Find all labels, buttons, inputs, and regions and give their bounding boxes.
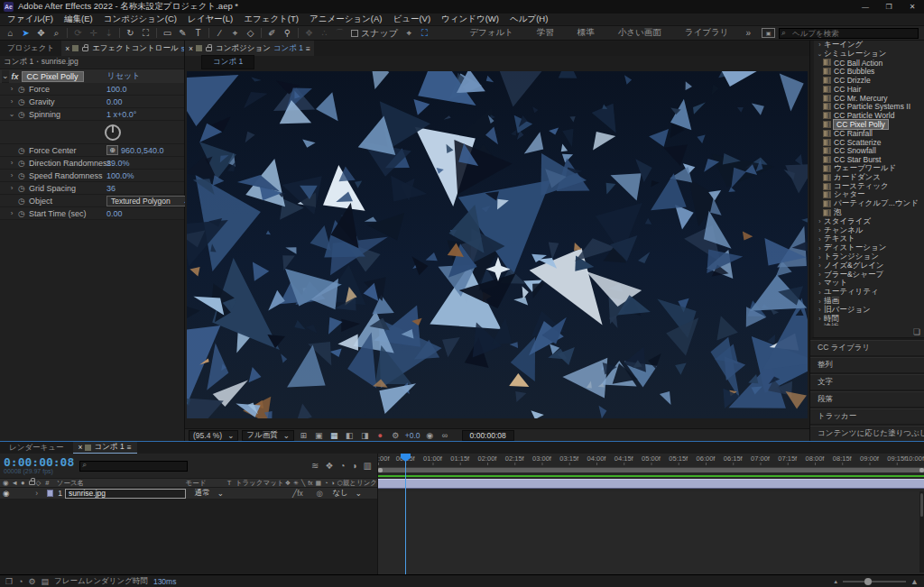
layer-pickwhip-icon[interactable]: ◎ — [317, 489, 333, 498]
panel-header-トラッカー[interactable]: トラッカー — [810, 408, 924, 424]
menu-item[interactable]: ヘルプ(H) — [504, 14, 553, 25]
workspace-ライブラリ[interactable]: ライブラリ — [673, 27, 741, 39]
camera-tool[interactable]: ⛶ — [138, 26, 153, 40]
menu-item[interactable]: コンポジション(C) — [98, 14, 182, 25]
close-icon[interactable]: × — [65, 44, 69, 53]
layer-eye-toggle[interactable]: ◉ — [3, 489, 9, 498]
menu-item[interactable]: アニメーション(A) — [304, 14, 388, 25]
current-timecode[interactable]: 0:00:00:08 — [4, 457, 74, 468]
disclosure-icon[interactable]: › — [816, 236, 824, 243]
zoom-out-mountain-icon[interactable]: ▲ — [833, 579, 838, 584]
menu-item[interactable]: 編集(E) — [59, 14, 98, 25]
panel-header-段落[interactable]: 段落 — [810, 391, 924, 407]
zoom-slider-thumb[interactable] — [864, 578, 872, 585]
source-name-column[interactable]: ソース名 — [57, 479, 186, 488]
fx-item-CC Bubbles[interactable]: CC Bubbles — [814, 67, 924, 76]
disclosure-icon[interactable]: › — [816, 227, 824, 234]
panel-header-文字[interactable]: 文字 — [810, 374, 924, 390]
viewer-tab-comp1[interactable]: コンポ 1 — [201, 55, 254, 69]
fx-item-パーティクルプ...ウンド[interactable]: パーティクルプ...ウンド — [814, 199, 924, 208]
disclosure-icon[interactable]: › — [816, 298, 824, 305]
grid-guides-button[interactable]: ⊞ — [298, 431, 310, 440]
stopwatch-icon[interactable]: ◷ — [16, 97, 27, 106]
track-matte-column[interactable]: トラックマット — [236, 479, 282, 488]
composition-viewer[interactable] — [185, 69, 809, 428]
param-value-start-time[interactable]: 0.00 — [106, 209, 123, 218]
close-button[interactable]: ✕ — [901, 0, 924, 14]
param-value-force[interactable]: 100.0 — [106, 85, 127, 94]
tab-timeline-comp1[interactable]: × コンポ 1 ≡ — [73, 442, 137, 454]
exposure-value[interactable]: +0.0 — [405, 431, 420, 440]
eraser-tool[interactable]: ◇ — [243, 26, 258, 40]
timeline-empty-area[interactable] — [0, 500, 377, 574]
param-value-text[interactable]: 960.0,540.0 — [121, 146, 164, 155]
channel-button[interactable]: ● — [374, 431, 386, 440]
layer-source-name[interactable]: sunrise.jpg — [65, 489, 186, 499]
menu-item[interactable]: ウィンドウ(W) — [436, 14, 504, 25]
param-value-text[interactable]: 29.0% — [106, 159, 130, 168]
param-value-direction-randomness[interactable]: 29.0% — [106, 159, 130, 168]
draft3d-icon[interactable]: ❖ — [325, 461, 333, 471]
layer-row[interactable]: ◉ › 1 sunrise.jpg 通常 ⌄ ╱fx ◎ なし ⌄ — [0, 488, 377, 500]
expander-icon[interactable]: ⌄ — [7, 110, 16, 118]
work-area-bar[interactable] — [378, 467, 924, 472]
object-dropdown[interactable]: Textured Polygon⌄ — [106, 196, 194, 206]
menu-item[interactable]: レイヤー(L) — [182, 14, 238, 25]
magnification-dropdown[interactable]: (95.4 %) ⌄ — [189, 430, 238, 441]
close-icon[interactable]: × — [79, 443, 83, 452]
param-value-object[interactable]: Textured Polygon⌄ — [106, 196, 194, 206]
parent-link-column[interactable]: 親とリンク — [343, 479, 377, 488]
layer-expander-icon[interactable]: › — [35, 489, 45, 498]
timeline-track-area[interactable]: :00f00:15f01:00f01:15f02:00f02:15f03:00f… — [377, 454, 924, 574]
maximize-button[interactable]: ❒ — [877, 0, 901, 14]
param-value-text[interactable]: 100.0% — [106, 171, 134, 180]
stopwatch-icon[interactable]: ◷ — [16, 159, 27, 168]
lock-icon[interactable] — [82, 47, 88, 51]
close-icon[interactable]: × — [189, 44, 193, 53]
stopwatch-icon[interactable]: ◷ — [16, 85, 27, 94]
fx-item-CC Mr. Mercury[interactable]: CC Mr. Mercury — [814, 94, 924, 103]
fx-item-CC Particle Systems II[interactable]: CC Particle Systems II — [814, 103, 924, 112]
workspace-overflow-icon[interactable]: » — [740, 28, 756, 38]
menu-item[interactable]: ビュー(V) — [387, 14, 436, 25]
layer-quality-fx[interactable]: ╱fx — [292, 489, 317, 498]
new-folder-icon[interactable]: ❏ — [913, 327, 920, 336]
selection-tool[interactable]: ➤ — [18, 26, 33, 40]
show-snapshot-button[interactable]: ∞ — [439, 431, 451, 440]
snap-options-icon[interactable]: ⌖ — [402, 26, 417, 40]
menu-item[interactable]: ファイル(F) — [2, 14, 59, 25]
snap-checkbox[interactable] — [351, 30, 358, 37]
roto-brush-tool[interactable]: ✐ — [264, 26, 280, 40]
stopwatch-icon[interactable]: ◷ — [16, 171, 27, 180]
param-value-speed-randomness[interactable]: 100.0% — [106, 171, 134, 180]
param-value-grid-spacing[interactable]: 36 — [106, 184, 116, 193]
stopwatch-icon[interactable]: ◷ — [16, 197, 27, 206]
fx-item-CC Drizzle[interactable]: CC Drizzle — [814, 76, 924, 85]
help-search-input[interactable] — [779, 28, 919, 39]
disclosure-icon[interactable]: › — [816, 245, 824, 252]
disclosure-icon[interactable]: ⌄ — [816, 50, 824, 58]
minimize-button[interactable]: — — [854, 0, 877, 14]
layer-parent-dropdown[interactable]: なし ⌄ — [332, 488, 377, 499]
lock-icon[interactable] — [206, 47, 212, 51]
puppet-pin-tool[interactable]: ⚲ — [280, 26, 295, 40]
param-value-text[interactable]: 0.00 — [106, 97, 123, 106]
tracks-background[interactable] — [378, 491, 924, 574]
settings-status-icon[interactable]: ⚙ — [29, 577, 36, 586]
mask-visibility-button[interactable]: ◧ — [344, 431, 356, 440]
workspace-小さい画面[interactable]: 小さい画面 — [606, 27, 673, 39]
time-ruler[interactable]: :00f00:15f01:00f01:15f02:00f02:15f03:00f… — [378, 454, 924, 463]
snap-toggle[interactable]: スナップ — [351, 27, 398, 40]
resolution-dropdown[interactable]: フル画質 ⌄ — [242, 430, 294, 441]
zoom-slider[interactable] — [843, 581, 906, 582]
disclosure-icon[interactable]: › — [816, 271, 824, 278]
tab-render-queue[interactable]: レンダーキュー — [0, 443, 73, 454]
panel-header-CC ライブラリ[interactable]: CC ライブラリ — [810, 340, 924, 355]
graph-editor-icon[interactable]: ▥ — [364, 461, 372, 471]
hand-tool[interactable]: ✥ — [33, 26, 49, 40]
tab-effect-controls[interactable]: × エフェクトコントロール sunrise.jpg ≡ — [61, 41, 184, 56]
stopwatch-icon[interactable]: ◷ — [16, 110, 27, 119]
fx-item-CC Hair[interactable]: CC Hair — [814, 85, 924, 94]
brush-tool[interactable]: ∕ — [212, 26, 227, 40]
zoom-tool[interactable]: ⌕ — [49, 26, 64, 40]
